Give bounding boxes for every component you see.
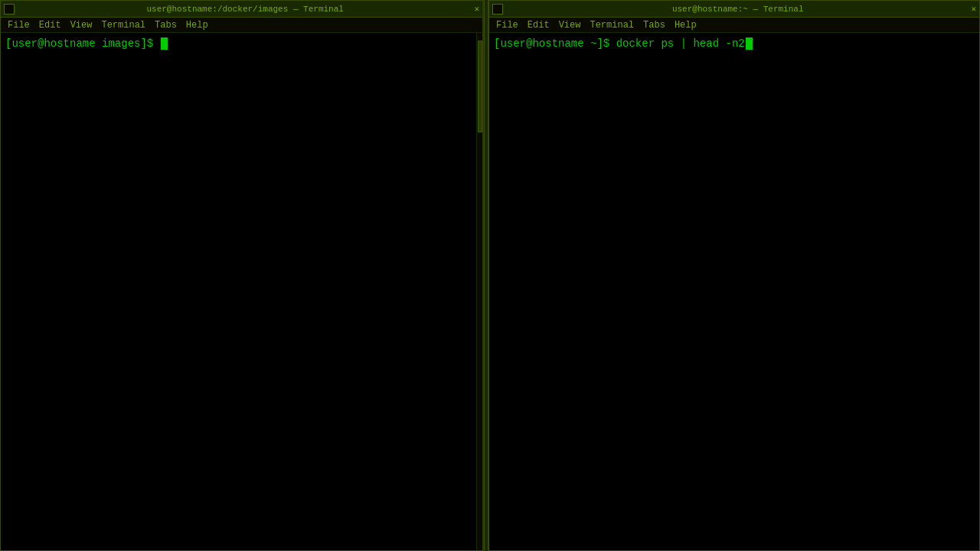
left-menu-tabs[interactable]: Tabs [151,19,181,31]
left-menu-edit[interactable]: Edit [35,19,65,31]
left-menu-help[interactable]: Help [182,19,212,31]
right-menu-terminal[interactable]: Terminal [586,19,638,31]
left-menu-terminal[interactable]: Terminal [97,19,149,31]
right-prompt-line: [user@hostname ~]$ docker ps | head -n2 [494,36,975,51]
left-prompt-text: [user@hostname images]$ [5,36,160,51]
left-prompt-line: [user@hostname images]$ [5,36,478,51]
right-cursor [746,37,753,50]
right-menu-bar: File Edit View Terminal Tabs Help [489,18,979,33]
right-menu-edit[interactable]: Edit [524,19,554,31]
left-scrollbar[interactable] [476,33,482,550]
left-menu-file[interactable]: File [4,19,34,31]
right-window-icon [492,4,503,15]
right-close-icon[interactable]: ✕ [971,4,976,14]
left-cursor [161,37,168,50]
right-title-text: user@hostname:~ — Terminal [508,5,968,14]
left-menu-bar: File Edit View Terminal Tabs Help [1,18,482,33]
left-close-icon[interactable]: ✕ [474,4,479,14]
left-terminal-body[interactable]: [user@hostname images]$ [1,33,482,550]
left-menu-view[interactable]: View [67,19,96,31]
right-terminal-body[interactable]: [user@hostname ~]$ docker ps | head -n2 [489,33,979,550]
right-prompt-text: [user@hostname ~]$ [494,36,616,51]
left-window-icon [4,4,15,15]
left-scrollbar-thumb[interactable] [478,41,482,132]
left-terminal-window: user@hostname:/docker/images — Terminal … [0,0,484,551]
right-command-text: docker ps | head -n2 [616,36,745,51]
right-title-bar: user@hostname:~ — Terminal ✕ [489,1,979,18]
right-terminal-window: user@hostname:~ — Terminal ✕ File Edit V… [488,0,980,551]
right-menu-file[interactable]: File [492,19,522,31]
right-menu-tabs[interactable]: Tabs [639,19,669,31]
right-menu-help[interactable]: Help [671,19,701,31]
right-menu-view[interactable]: View [555,19,585,31]
left-title-bar: user@hostname:/docker/images — Terminal … [1,1,482,18]
left-title-text: user@hostname:/docker/images — Terminal [19,5,471,14]
